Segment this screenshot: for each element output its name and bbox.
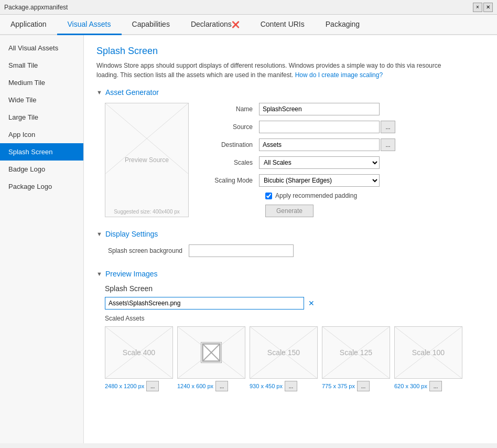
sidebar: All Visual Assets Small Tile Medium Tile… (0, 35, 84, 443)
thumb-box-scale-100: Scale 100 (394, 326, 462, 379)
sidebar-item-all-visual-assets[interactable]: All Visual Assets (0, 39, 83, 57)
scaling-mode-select[interactable]: Bicubic (Sharper Edges) Bicubic Fant Nea… (259, 174, 380, 187)
generate-button[interactable]: Generate (265, 205, 314, 217)
thumb-box-scale-400: Scale 400 (105, 326, 173, 379)
page-description: Windows Store apps should support displa… (96, 61, 463, 80)
scales-row: Scales All Scales Scale 100 Scale 125 Sc… (201, 156, 484, 169)
scaled-assets-label: Scaled Assets (105, 315, 484, 322)
image-scaling-link[interactable]: How do I create image scaling? (295, 71, 383, 79)
scaling-mode-row: Scaling Mode Bicubic (Sharper Edges) Bic… (201, 174, 484, 187)
content-area: Splash Screen Windows Store apps should … (84, 35, 497, 443)
sidebar-item-package-logo[interactable]: Package Logo (0, 178, 83, 195)
sidebar-item-large-tile[interactable]: Large Tile (0, 109, 83, 126)
title-bar: Package.appxmanifest × ✕ (0, 0, 497, 15)
source-input[interactable] (259, 121, 380, 133)
thumb-scale-100: Scale 100 620 x 300 px ... (394, 326, 462, 391)
thumb-browse-125[interactable]: ... (357, 381, 370, 391)
file-path-input[interactable] (105, 297, 304, 310)
page-title: Splash Screen (96, 46, 484, 57)
display-settings-arrow: ▼ (96, 231, 102, 237)
tab-declarations[interactable]: Declarations❌ (180, 15, 250, 35)
bg-color-input[interactable] (189, 244, 294, 257)
sidebar-item-splash-screen[interactable]: Splash Screen (0, 143, 83, 161)
file-path-row: ✕ (105, 297, 484, 310)
display-settings-body: Splash screen background (96, 244, 484, 257)
padding-label: Apply recommended padding (275, 192, 357, 199)
thumb-scale-125: Scale 125 775 x 375 px ... (322, 326, 390, 391)
preview-cross-lines (105, 103, 188, 174)
preview-images-title: Preview Images (105, 270, 158, 278)
display-settings-header[interactable]: ▼ Display Settings (96, 230, 484, 238)
preview-size-hint: Suggested size: 400x400 px (114, 209, 180, 215)
scales-label: Scales (201, 159, 259, 166)
destination-label: Destination (201, 141, 259, 148)
destination-input[interactable] (259, 138, 380, 151)
thumb-box-scale-150: Scale 150 (250, 326, 318, 379)
tab-application[interactable]: Application (0, 15, 57, 35)
asset-generator-header[interactable]: ▼ Asset Generator (96, 88, 484, 97)
name-label: Name (201, 105, 259, 113)
thumb-label-400: Scale 400 (123, 348, 155, 357)
sidebar-item-app-icon[interactable]: App Icon (0, 126, 83, 143)
sidebar-item-medium-tile[interactable]: Medium Tile (0, 74, 83, 91)
thumb-size-400b: 1240 x 600 px ... (177, 381, 228, 391)
scaling-mode-label: Scaling Mode (201, 177, 259, 184)
tab-bar: Application Visual Assets Capabilities D… (0, 15, 497, 35)
title-bar-buttons: × ✕ (473, 3, 493, 12)
thumb-label-125: Scale 125 (340, 348, 372, 357)
thumb-label-100: Scale 100 (412, 348, 445, 357)
name-input[interactable] (259, 103, 380, 115)
thumb-size-100: 620 x 300 px ... (394, 381, 442, 391)
thumb-label-150: Scale 150 (267, 348, 300, 357)
thumb-size-400: 2480 x 1200 px ... (105, 381, 159, 391)
preview-images-header[interactable]: ▼ Preview Images (96, 270, 484, 278)
thumb-scale-400b: 1240 x 600 px ... (177, 326, 245, 391)
thumb-browse-100[interactable]: ... (429, 381, 442, 391)
main-layout: All Visual Assets Small Tile Medium Tile… (0, 35, 497, 443)
source-label: Source (201, 123, 259, 131)
scales-select[interactable]: All Scales Scale 100 Scale 125 Scale 150… (259, 156, 380, 169)
thumb-size-125: 775 x 375 px ... (322, 381, 370, 391)
thumb-browse-400[interactable]: ... (146, 381, 159, 391)
bg-color-label: Splash screen background (105, 247, 189, 254)
generate-row: Generate (201, 205, 484, 217)
declarations-error-icon: ❌ (232, 21, 240, 28)
preview-source-box: Preview Source Suggested size: 400x400 p… (105, 103, 189, 217)
asset-generator-form: Name Source ... Destination ... Scal (201, 103, 484, 217)
thumb-inner-icon (201, 342, 222, 363)
thumb-scale-150: Scale 150 930 x 450 px ... (250, 326, 318, 391)
sidebar-item-wide-tile[interactable]: Wide Tile (0, 91, 83, 109)
sidebar-item-small-tile[interactable]: Small Tile (0, 57, 83, 74)
thumb-browse-400b[interactable]: ... (215, 381, 228, 391)
title-bar-filename: Package.appxmanifest (4, 4, 473, 11)
asset-generator-title: Asset Generator (105, 88, 159, 97)
asset-generator-arrow: ▼ (96, 89, 102, 95)
tab-packaging[interactable]: Packaging (315, 15, 370, 35)
tab-capabilities[interactable]: Capabilities (122, 15, 180, 35)
image-placeholder-icon (201, 343, 221, 362)
destination-row: Destination ... (201, 138, 484, 151)
thumb-box-scale-400b (177, 326, 245, 379)
thumb-size-150: 930 x 450 px ... (250, 381, 297, 391)
preview-images-body: Splash Screen ✕ Scaled Assets Scale 400 (96, 284, 484, 391)
bg-color-row: Splash screen background (105, 244, 484, 257)
preview-images-subsection: Splash Screen (105, 284, 484, 293)
preview-images-arrow: ▼ (96, 271, 102, 277)
name-row: Name (201, 103, 484, 115)
tab-content-uris[interactable]: Content URIs (250, 15, 315, 35)
thumb-scale-400: Scale 400 2480 x 1200 px ... (105, 326, 173, 391)
destination-browse-button[interactable]: ... (381, 138, 395, 151)
scaled-thumbnails: Scale 400 2480 x 1200 px ... (105, 326, 484, 391)
padding-row: Apply recommended padding (201, 192, 484, 199)
source-browse-button[interactable]: ... (381, 121, 395, 133)
file-path-clear-button[interactable]: ✕ (306, 298, 317, 308)
thumb-box-scale-125: Scale 125 (322, 326, 390, 379)
padding-checkbox[interactable] (265, 193, 272, 199)
tab-visual-assets[interactable]: Visual Assets (57, 15, 122, 35)
pin-button[interactable]: × (473, 3, 482, 12)
source-row: Source ... (201, 121, 484, 133)
close-button[interactable]: ✕ (483, 3, 493, 12)
sidebar-item-badge-logo[interactable]: Badge Logo (0, 161, 83, 178)
thumb-browse-150[interactable]: ... (285, 381, 297, 391)
display-settings-title: Display Settings (105, 230, 158, 238)
